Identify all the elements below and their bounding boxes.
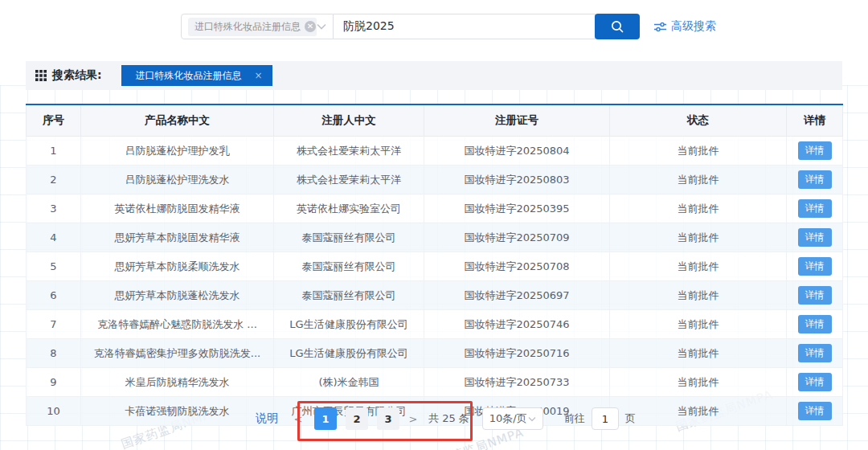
results-label: 搜索结果: bbox=[52, 68, 102, 83]
table-header: 序号产品名称中文注册人中文注册证号状态详情 bbox=[27, 104, 843, 137]
cell-detail: 详情 bbox=[787, 223, 843, 252]
cell-status: 当前批件 bbox=[610, 137, 787, 166]
cell-product-name: 思妍芳草本防脱柔顺洗发水 bbox=[81, 252, 274, 281]
cell-cert-no: 国妆特进字20250395 bbox=[424, 194, 610, 223]
cell-product-name: 吕防脱蓬松护理护发乳 bbox=[81, 137, 274, 166]
detail-button[interactable]: 详情 bbox=[798, 315, 832, 333]
detail-button[interactable]: 详情 bbox=[798, 402, 832, 420]
cell-no: 1 bbox=[27, 137, 81, 166]
cell-cert-no: 国妆特进字20250708 bbox=[424, 252, 610, 281]
cell-registrant: 泰国蔻丽丝有限公司 bbox=[274, 252, 424, 281]
cell-registrant: (株)米金韩国 bbox=[274, 368, 424, 397]
detail-button[interactable]: 详情 bbox=[798, 373, 832, 391]
cell-no: 10 bbox=[27, 397, 81, 426]
column-header: 详情 bbox=[787, 104, 843, 137]
detail-button[interactable]: 详情 bbox=[798, 170, 832, 189]
chevron-down-icon[interactable] bbox=[317, 23, 326, 30]
cell-status: 当前批件 bbox=[610, 310, 787, 339]
results-filter-tag[interactable]: 进口特殊化妆品注册信息 × bbox=[121, 65, 272, 86]
page-number-button[interactable]: 3 bbox=[377, 407, 399, 430]
column-header: 产品名称中文 bbox=[81, 104, 274, 137]
goto-page-group: 前往 页 bbox=[564, 407, 636, 430]
cell-status: 当前批件 bbox=[610, 194, 787, 223]
advanced-search-label: 高级搜索 bbox=[671, 19, 716, 34]
cell-no: 3 bbox=[27, 194, 81, 223]
cell-cert-no: 国妆特进字20250803 bbox=[424, 166, 610, 194]
detail-button[interactable]: 详情 bbox=[798, 199, 832, 218]
grid-icon bbox=[35, 70, 47, 81]
cell-status: 当前批件 bbox=[610, 252, 787, 281]
column-header: 注册人中文 bbox=[274, 104, 424, 137]
page-size-value: 10条/页 bbox=[489, 411, 527, 426]
cell-detail: 详情 bbox=[787, 397, 843, 426]
note-link[interactable]: 说明 bbox=[256, 411, 278, 426]
detail-button[interactable]: 详情 bbox=[798, 286, 832, 305]
page-size-select[interactable]: 10条/页 bbox=[482, 407, 543, 430]
cell-cert-no: 国妆特进字20250709 bbox=[424, 223, 610, 252]
cell-registrant: 泰国蔻丽丝有限公司 bbox=[274, 223, 424, 252]
prev-page-arrow[interactable]: < bbox=[291, 408, 305, 429]
cell-product-name: 思妍芳草本防脱固发精华液 bbox=[81, 223, 274, 252]
cell-no: 2 bbox=[27, 166, 81, 194]
cell-no: 4 bbox=[27, 223, 81, 252]
goto-page-input[interactable] bbox=[592, 407, 619, 430]
cell-no: 8 bbox=[27, 339, 81, 368]
cell-status: 当前批件 bbox=[610, 281, 787, 310]
cell-product-name: 卡蓓诺强韧防脱洗发水 bbox=[81, 397, 274, 426]
tag-close-icon[interactable]: ✕ bbox=[305, 21, 316, 32]
cell-product-name: 吕防脱蓬松护理洗发水 bbox=[81, 166, 274, 194]
cell-detail: 详情 bbox=[787, 252, 843, 281]
cell-detail: 详情 bbox=[787, 194, 843, 223]
detail-button[interactable]: 详情 bbox=[798, 257, 832, 276]
category-tag-label: 进口特殊化妆品注册信息 bbox=[194, 20, 301, 34]
cell-detail: 详情 bbox=[787, 339, 843, 368]
page-number-button[interactable]: 2 bbox=[346, 407, 368, 430]
cell-detail: 详情 bbox=[787, 166, 843, 194]
next-page-arrow[interactable]: > bbox=[406, 408, 420, 429]
results-table: 序号产品名称中文注册人中文注册证号状态详情 1吕防脱蓬松护理护发乳株式会社爱茉莉… bbox=[26, 104, 843, 426]
advanced-search-link[interactable]: 高级搜索 bbox=[654, 19, 716, 34]
table-row: 7克洛特睿嫣醉心魅惑防脱洗发水 ...LG生活健康股份有限公司国妆特进字2025… bbox=[27, 310, 843, 339]
detail-button[interactable]: 详情 bbox=[798, 344, 832, 362]
chevron-down-icon bbox=[528, 416, 536, 422]
search-button[interactable] bbox=[595, 14, 640, 39]
cell-cert-no: 国妆特进字20250716 bbox=[424, 339, 610, 368]
results-filter-tag-label: 进口特殊化妆品注册信息 bbox=[136, 69, 242, 83]
search-input[interactable] bbox=[334, 14, 596, 39]
cell-registrant: 株式会社爱茉莉太平洋 bbox=[274, 166, 424, 194]
column-header: 注册证号 bbox=[424, 104, 610, 137]
cell-registrant: 株式会社爱茉莉太平洋 bbox=[274, 137, 424, 166]
cell-no: 9 bbox=[27, 368, 81, 397]
table-row: 5思妍芳草本防脱柔顺洗发水泰国蔻丽丝有限公司国妆特进字20250708当前批件详… bbox=[27, 252, 843, 281]
page-number-button[interactable]: 1 bbox=[314, 407, 337, 430]
column-header: 状态 bbox=[610, 104, 787, 137]
cell-product-name: 英诺依杜娜防脱固发精华液 bbox=[81, 194, 274, 223]
pagination: 说明 < 123 > 共 25 条 10条/页 前往 页 bbox=[256, 407, 636, 430]
cell-status: 当前批件 bbox=[610, 397, 787, 426]
cell-registrant: LG生活健康股份有限公司 bbox=[274, 339, 424, 368]
category-tag: 进口特殊化妆品注册信息 ✕ bbox=[188, 18, 317, 36]
cell-detail: 详情 bbox=[787, 310, 843, 339]
detail-button[interactable]: 详情 bbox=[798, 141, 832, 160]
goto-suffix-label: 页 bbox=[625, 411, 636, 426]
cell-registrant: LG生活健康股份有限公司 bbox=[274, 310, 424, 339]
table-row: 6思妍芳草本防脱蓬松洗发水泰国蔻丽丝有限公司国妆特进字20250697当前批件详… bbox=[27, 281, 843, 310]
cell-registrant: 泰国蔻丽丝有限公司 bbox=[274, 281, 424, 310]
table-row: 2吕防脱蓬松护理洗发水株式会社爱茉莉太平洋国妆特进字20250803当前批件详情 bbox=[27, 166, 843, 194]
cell-status: 当前批件 bbox=[610, 166, 787, 194]
detail-button[interactable]: 详情 bbox=[798, 228, 832, 247]
results-bar: 搜索结果: 进口特殊化妆品注册信息 × bbox=[26, 61, 842, 90]
close-icon[interactable]: × bbox=[255, 70, 263, 81]
cell-status: 当前批件 bbox=[610, 339, 787, 368]
goto-label: 前往 bbox=[564, 411, 585, 426]
cell-product-name: 克洛特睿嫣醉心魅惑防脱洗发水 ... bbox=[81, 310, 274, 339]
cell-detail: 详情 bbox=[787, 281, 843, 310]
cell-no: 5 bbox=[27, 252, 81, 281]
cell-detail: 详情 bbox=[787, 137, 843, 166]
total-count-label: 共 25 条 bbox=[428, 411, 469, 426]
search-icon bbox=[610, 19, 624, 34]
category-select[interactable]: 进口特殊化妆品注册信息 ✕ bbox=[181, 14, 334, 39]
filter-sliders-icon bbox=[654, 22, 666, 32]
page-number-list: 123 bbox=[305, 407, 399, 430]
cell-product-name: 克洛特睿嫣密集护理多效防脱洗发... bbox=[81, 339, 274, 368]
